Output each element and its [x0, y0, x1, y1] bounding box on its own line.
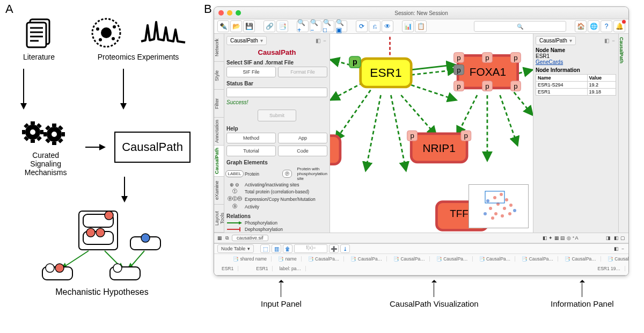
svg-point-9: [113, 25, 116, 28]
export-button[interactable]: 📑: [276, 20, 288, 32]
svg-line-71: [391, 95, 406, 171]
svg-point-119: [508, 212, 511, 215]
network-view[interactable]: ESR1 p FOXA1 ppp pppp: [330, 34, 533, 233]
format-file-button[interactable]: Format File: [278, 67, 327, 77]
curated-label: Curated Signaling Mechanisms: [13, 151, 78, 177]
help-method-button[interactable]: Method: [226, 133, 276, 143]
svg-point-117: [494, 212, 497, 215]
left-panel-tab[interactable]: CausalPath ▾: [226, 36, 267, 45]
arrow-causal-to-hyp: [5, 177, 199, 204]
cell-icon: [90, 16, 123, 49]
zoom-in-button[interactable]: 🔍+: [297, 20, 309, 32]
home-button[interactable]: 🏠: [575, 20, 587, 32]
table-detach-icon[interactable]: ◧ －: [614, 245, 625, 252]
chart-button[interactable]: 📊: [402, 20, 414, 32]
zoom-out-button[interactable]: 🔍−: [310, 20, 321, 32]
svg-text:p: p: [353, 57, 357, 66]
submit-button[interactable]: Submit: [258, 110, 296, 121]
svg-marker-13: [20, 103, 27, 110]
layout-button[interactable]: ⎌: [369, 20, 380, 32]
help-code-button[interactable]: Code: [278, 146, 327, 156]
literature-block: Literature: [12, 16, 66, 61]
save-button[interactable]: 💾: [243, 20, 255, 32]
svg-point-122: [513, 209, 516, 212]
svg-point-55: [46, 264, 54, 272]
import-button[interactable]: 🔗: [264, 20, 275, 32]
table-column-icon[interactable]: ▥: [272, 244, 281, 253]
detach-view-icon[interactable]: ⧉: [225, 235, 229, 241]
alerts-button[interactable]: 🔔: [613, 20, 625, 32]
svg-line-77: [457, 95, 477, 136]
curated-block: Curated Signaling Mechanisms: [13, 117, 78, 177]
tab-layout-tools[interactable]: Layout Tools: [214, 205, 224, 233]
copy-button[interactable]: 📋: [415, 20, 427, 32]
table-tab[interactable]: Node Table ▾: [217, 244, 254, 253]
panel-detach-icon[interactable]: ◧ －: [316, 37, 327, 45]
causalpath-box: CausalPath: [114, 132, 191, 163]
new-session-button[interactable]: ✒️: [217, 20, 229, 32]
show-hide-button[interactable]: 👁: [382, 20, 393, 32]
right-panel-tab[interactable]: CausalPath ▾: [536, 36, 576, 45]
web-button[interactable]: 🌐: [588, 20, 599, 32]
svg-point-8: [96, 27, 99, 31]
select-file-header: Select SIF and .format File: [226, 60, 327, 66]
node-partial-left: [330, 136, 340, 164]
status-text: Success!: [226, 99, 327, 105]
grid-icon[interactable]: ▦: [217, 235, 222, 241]
collapse-view[interactable]: ◧ ▢: [614, 235, 625, 241]
network-file-tab[interactable]: causative.sif: [232, 235, 268, 241]
svg-text:p: p: [457, 82, 460, 90]
help-button[interactable]: ?: [601, 20, 612, 32]
tab-annotation[interactable]: Annotation: [214, 118, 224, 146]
open-button[interactable]: 📂: [230, 20, 242, 32]
svg-line-35: [60, 140, 62, 142]
minimap[interactable]: [469, 184, 529, 228]
tab-examine[interactable]: eXamine: [214, 177, 224, 205]
right-detach-icon[interactable]: ◧ －: [604, 37, 616, 45]
proteomics-label: Proteomics Experiments: [85, 53, 192, 61]
window-title: Session: New Session: [214, 10, 628, 16]
table-export-icon[interactable]: ⤓: [340, 244, 350, 253]
svg-point-45: [96, 228, 105, 237]
fx-input[interactable]: f(x)=: [294, 244, 327, 253]
svg-point-56: [55, 264, 64, 272]
graph-elements-header: Graph Elements: [226, 160, 327, 165]
input-panel: CausalPath ▾ ◧ － CausalPath Select SIF a…: [224, 34, 330, 233]
sif-file-button[interactable]: SIF File: [226, 67, 276, 77]
zoom-fit-button[interactable]: 🔍□: [323, 20, 334, 32]
panel-a: Literature Proteomics Experiments: [5, 16, 199, 317]
right-tab-causalpath[interactable]: CausalPath: [619, 34, 624, 67]
svg-marker-15: [120, 103, 127, 110]
svg-point-115: [503, 207, 506, 210]
svg-point-110: [493, 196, 496, 199]
table-import-icon[interactable]: ⬚: [260, 244, 270, 253]
refresh-button[interactable]: ⟳: [356, 20, 368, 32]
node-info-table: NameValue ESR1-S29419.2 ESR119.18: [536, 74, 616, 96]
status-bar-header: Status Bar: [226, 81, 327, 86]
callout-input: Input Panel: [261, 299, 302, 308]
svg-line-73: [335, 90, 370, 141]
birdseye-toggle[interactable]: ◨: [606, 235, 611, 241]
zoom-sel-button[interactable]: 🔍▣: [335, 20, 347, 32]
mechanistic-hypotheses-label: Mechanistic Hypotheses: [5, 287, 199, 297]
view-tools[interactable]: ◧ ✦ ▦ ▤ ◎ ⁺A: [543, 235, 579, 241]
genecards-link[interactable]: GeneCards: [536, 59, 616, 65]
svg-point-112: [505, 198, 508, 201]
help-app-button[interactable]: App: [278, 133, 327, 143]
svg-text:p: p: [410, 132, 414, 140]
help-tutorial-button[interactable]: Tutorial: [226, 146, 276, 156]
tab-network[interactable]: Network: [214, 34, 224, 62]
svg-text:p: p: [457, 66, 460, 74]
arrow-prot-to-causal: [64, 69, 172, 112]
table-delete-icon[interactable]: 🗑: [283, 244, 292, 253]
table-plus-icon[interactable]: ➕: [329, 244, 339, 253]
table-row: ESR119.18: [536, 89, 616, 96]
svg-text:p: p: [464, 132, 468, 140]
tab-causalpath[interactable]: CausalPath: [214, 146, 224, 177]
tab-filter[interactable]: Filter: [214, 90, 224, 118]
search-input[interactable]: 🔍: [474, 21, 566, 32]
node-info-header: Node Information: [536, 67, 616, 73]
proteomics-block: Proteomics Experiments: [85, 16, 192, 61]
legend-expr: ⓔⓒⓜExpression/Copy Number/Mutation: [226, 196, 327, 202]
tab-style[interactable]: Style: [214, 62, 224, 90]
